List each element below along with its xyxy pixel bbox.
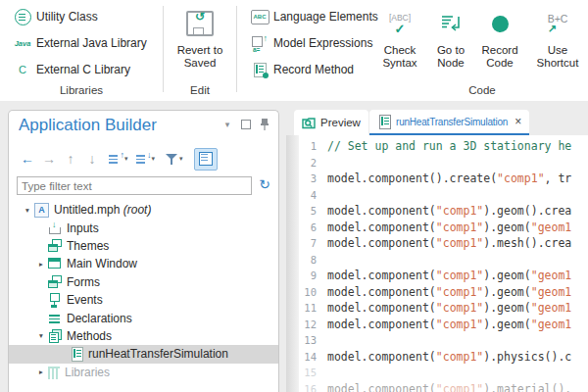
utility-class-button[interactable]: Utility Class: [12, 5, 98, 28]
method-icon: [72, 347, 83, 362]
revert-to-saved-button[interactable]: ↺ Revert to Saved: [164, 5, 236, 70]
code-line[interactable]: 4: [286, 187, 588, 204]
external-c-library-button[interactable]: C External C Library: [12, 58, 130, 81]
float-window-icon[interactable]: [240, 119, 252, 130]
line-number: 10: [286, 284, 317, 301]
code-text: model.component("comp1").geom("geom1: [327, 284, 571, 301]
line-number: 11: [286, 300, 317, 317]
code-line[interactable]: 3model.component().create("comp1", tr: [286, 171, 588, 187]
code-line[interactable]: 15: [286, 365, 588, 381]
tree-chevron-icon[interactable]: ▾: [34, 331, 48, 340]
forms-icon: [48, 275, 62, 289]
code-line[interactable]: 5model.component("comp1").geom().crea: [286, 203, 588, 220]
button-label: Model Expressions: [273, 36, 372, 50]
tree-item-forms[interactable]: Forms: [9, 273, 278, 291]
down-arrow-icon[interactable]: ↓: [81, 148, 103, 170]
refresh-icon[interactable]: ↻: [259, 176, 270, 192]
dropdown-caret-icon[interactable]: ▾: [152, 155, 156, 163]
up-arrow-icon[interactable]: ↑: [60, 148, 81, 170]
line-number: 13: [286, 332, 317, 349]
code-line[interactable]: 13: [286, 332, 588, 349]
tree-item-inputs[interactable]: Inputs: [9, 219, 278, 236]
tree-item-suffix: (root): [120, 203, 151, 217]
external-java-library-button[interactable]: Java External Java Library: [12, 31, 147, 55]
code-line[interactable]: 10model.component("comp1").geom("geom1: [286, 284, 588, 301]
tab-preview[interactable]: Preview: [294, 110, 368, 135]
code-text: model.component("comp1").geom("geom1: [327, 268, 571, 284]
code-line[interactable]: 7model.component("comp1").mesh().crea: [286, 235, 588, 252]
tree-chevron-icon[interactable]: ▾: [21, 206, 34, 215]
tree-chevron-icon[interactable]: ▸: [34, 260, 48, 269]
language-elements-button[interactable]: ABC Language Elements: [249, 5, 378, 28]
code-line[interactable]: 9model.component("comp1").geom("geom1: [286, 268, 588, 284]
code-line[interactable]: 12model.component("comp1").geom("geom1: [286, 317, 588, 333]
group-label-code: Code: [457, 84, 508, 96]
filter-input[interactable]: [17, 176, 252, 195]
code-line[interactable]: 14model.component("comp1").physics().c: [286, 349, 588, 366]
revert-to-saved-icon: ↺: [164, 5, 236, 42]
line-number: 12: [286, 317, 317, 333]
model-expressions-icon: ↑a=: [249, 33, 270, 53]
back-icon[interactable]: ←: [17, 148, 38, 170]
close-icon[interactable]: ×: [514, 117, 521, 126]
code-line[interactable]: 8: [286, 252, 588, 269]
panel-window-controls: ▾: [221, 119, 270, 130]
line-number: 5: [286, 203, 317, 220]
go-to-node-button[interactable]: Go to Node: [429, 5, 472, 70]
record-method-icon: [249, 60, 270, 79]
use-shortcut-button[interactable]: B+C↗ Use Shortcut: [527, 5, 588, 70]
tree-item-events[interactable]: Events: [9, 291, 278, 309]
tree-item-methods[interactable]: ▾Methods: [9, 327, 278, 345]
c-icon: C: [12, 60, 33, 79]
pin-icon[interactable]: [259, 119, 270, 130]
filter-icon[interactable]: ▾: [157, 148, 185, 170]
events-icon: [48, 293, 62, 307]
button-label: External Java Library: [36, 36, 147, 50]
tree-item-label: Libraries: [65, 366, 110, 379]
code-line[interactable]: 6model.component("comp1").geom("geom1: [286, 220, 588, 236]
line-number: 3: [286, 171, 317, 187]
forward-icon[interactable]: →: [38, 148, 60, 170]
ribbon: Utility Class Java External Java Library…: [0, 0, 588, 101]
dropdown-caret-icon[interactable]: ▾: [179, 155, 183, 163]
collapse-chevron-icon[interactable]: ▾: [221, 119, 233, 130]
record-method-button[interactable]: Record Method: [249, 58, 354, 81]
code-line[interactable]: 11model.component("comp1").geom("geom1: [286, 300, 588, 317]
tree-item-runheattransfersimulation[interactable]: runHeatTransferSimulation: [9, 345, 278, 363]
code-line[interactable]: 2: [286, 155, 588, 172]
application-window: Utility Class Java External Java Library…: [0, 0, 588, 392]
tree-item-label: Untitled.mph (root): [54, 203, 151, 217]
tree-item-libraries[interactable]: ▸Libraries: [9, 364, 278, 381]
button-label: Check Syntax: [372, 44, 427, 70]
button-label: Record Code: [474, 44, 525, 70]
main-window-icon: [48, 257, 62, 270]
record-code-button[interactable]: Record Code: [474, 5, 525, 70]
tree-chevron-icon[interactable]: ▸: [34, 368, 48, 376]
tree-item-main-window[interactable]: ▸Main Window: [9, 255, 278, 272]
check-syntax-icon: [ABC]✓: [372, 5, 427, 42]
code-line[interactable]: 1// Set up and run a 3D stationary he: [286, 138, 588, 155]
panel-toolbar: ← → ↑ ↓ ↑ ▾ ↓ ▾ ▾: [17, 146, 218, 172]
model-expressions-button[interactable]: ↑a= Model Expressions: [249, 31, 372, 55]
code-lines: 1// Set up and run a 3D stationary he23m…: [286, 138, 588, 392]
node-text-toggle-icon[interactable]: [194, 148, 218, 171]
editor-tab-bar: Preview runHeatTransferSimulation ×: [286, 110, 588, 135]
tree-item-label: Methods: [67, 329, 112, 343]
application-builder-panel: Application Builder ▾ ← → ↑ ↓ ↑ ▾ ↓ ▾ ▾: [8, 110, 279, 392]
inputs-icon: [48, 221, 62, 235]
tree-item-themes[interactable]: Themes: [9, 237, 278, 255]
group-label-libraries: Libraries: [0, 84, 163, 96]
tree-item-untitled-mph[interactable]: ▾AUntitled.mph (root): [9, 201, 278, 219]
move-up-icon[interactable]: ↑ ▾: [103, 148, 130, 170]
dropdown-caret-icon[interactable]: ▾: [124, 155, 128, 163]
move-down-icon[interactable]: ↓ ▾: [130, 148, 158, 170]
check-syntax-button[interactable]: [ABC]✓ Check Syntax: [372, 5, 427, 70]
tree-item-label: Main Window: [67, 257, 137, 270]
code-editor[interactable]: 1// Set up and run a 3D stationary he23m…: [286, 135, 588, 392]
button-label: Revert to Saved: [164, 44, 236, 70]
tree-item-declarations[interactable]: Declarations: [9, 309, 278, 326]
panel-title: Application Builder: [19, 116, 157, 135]
code-line[interactable]: 16model.component("comp1").material().: [286, 381, 588, 392]
tab-run-heat-transfer-simulation[interactable]: runHeatTransferSimulation ×: [369, 110, 529, 135]
themes-icon: [48, 239, 62, 253]
